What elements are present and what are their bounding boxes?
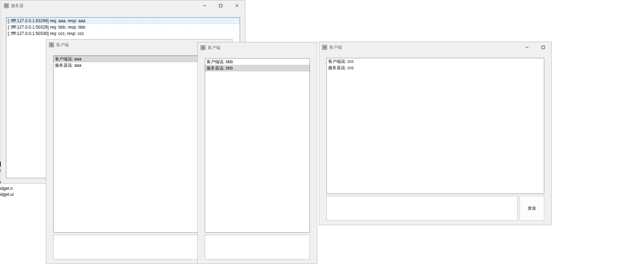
message-row[interactable]: 客户端说: bbb [205,59,309,65]
client3-window[interactable]: 客户端 客户端说: ccc 服务器说: ccc 发送 [319,42,552,225]
log-row[interactable]: [::ffff:127.0.0.1:50330] req: ccc, resp:… [6,30,240,37]
maximize-button[interactable] [535,42,551,53]
server-title-controls [196,0,245,11]
message-row[interactable]: 服务器说: ccc [327,65,544,71]
message-row[interactable]: 客户端说: ccc [327,58,544,65]
client3-title-controls [519,42,551,53]
client2-content: 客户端说: bbb 服务器说: bbb 发送 [198,53,317,264]
desktop-item: idget.ui [0,192,14,197]
server-titlebar[interactable]: 服务器 [1,0,245,11]
app-icon [49,42,54,47]
client2-input-row: 发送 [205,235,310,259]
app-icon [201,45,206,50]
svg-rect-3 [219,4,222,7]
svg-rect-13 [542,46,545,49]
client3-input-row: 发送 [326,196,544,221]
server-title: 服务器 [11,3,24,9]
client3-message-input[interactable] [326,196,517,221]
svg-rect-7 [50,43,53,46]
client3-title: 客户端 [329,44,342,50]
client3-titlebar[interactable]: 客户端 [319,42,551,53]
minimize-button[interactable] [519,42,535,53]
log-row[interactable]: [::ffff:127.0.0.1:50329] req: bbb, resp:… [6,24,240,30]
desktop-item: idget.n [0,186,13,191]
client2-titlebar[interactable]: 客户端 [198,42,317,53]
app-icon [322,45,327,50]
svg-rect-1 [5,4,8,7]
app-icon [4,3,9,8]
message-row[interactable]: 服务器说: bbb [205,65,309,71]
client3-content: 客户端说: ccc 服务器说: ccc 发送 [319,53,551,225]
minimize-button[interactable] [196,0,213,11]
client2-window[interactable]: 客户端 客户端说: bbb 服务器说: bbb 发送 [197,42,317,264]
client3-send-button[interactable]: 发送 [520,196,544,221]
client2-message-input[interactable] [205,235,310,259]
maximize-button[interactable] [213,0,229,11]
client1-title: 客户端 [56,42,69,48]
svg-rect-9 [202,46,204,49]
close-button[interactable] [229,0,245,11]
log-row[interactable]: [::ffff:127.0.0.1:63289] req: aaa, resp:… [6,18,240,24]
client2-message-list[interactable]: 客户端说: bbb 服务器说: bbb [205,58,310,233]
svg-rect-11 [323,46,326,49]
client3-message-list[interactable]: 客户端说: ccc 服务器说: ccc [326,58,544,194]
client2-title: 客户端 [208,45,220,51]
